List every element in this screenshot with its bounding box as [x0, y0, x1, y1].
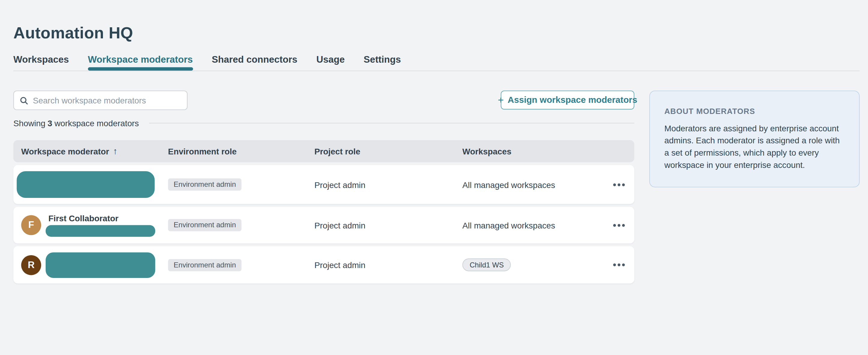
- avatar: F: [21, 215, 41, 235]
- environment-role-cell: Environment admin: [168, 219, 314, 231]
- workspace-pill: Child1 WS: [463, 258, 511, 271]
- moderator-cell: [13, 171, 168, 198]
- tab-bar: Workspaces Workspace moderators Shared c…: [13, 54, 860, 71]
- environment-role-badge: Environment admin: [168, 259, 242, 271]
- environment-role-cell: Environment admin: [168, 259, 314, 271]
- search-input[interactable]: [33, 96, 181, 105]
- workspace-moderators-table: Workspace moderator ↑ Environment role P…: [13, 140, 634, 283]
- table-row: Environment admin Project admin All mana…: [13, 165, 634, 204]
- row-actions-menu-button[interactable]: [603, 165, 634, 204]
- redacted-email-block: [45, 225, 155, 237]
- ellipsis-icon: [613, 263, 625, 266]
- redacted-name-block: [17, 171, 155, 198]
- summary-count: 3: [48, 118, 52, 128]
- tab-shared-connectors[interactable]: Shared connectors: [212, 54, 297, 66]
- moderator-cell: R: [13, 252, 168, 278]
- tab-workspace-moderators[interactable]: Workspace moderators: [88, 54, 193, 66]
- plus-icon: +: [498, 95, 504, 105]
- redacted-name-block: [45, 252, 155, 278]
- environment-role-cell: Environment admin: [168, 178, 314, 191]
- sort-ascending-icon[interactable]: ↑: [113, 146, 118, 156]
- summary-suffix: workspace moderators: [54, 118, 139, 128]
- workspaces-cell: All managed workspaces: [463, 220, 603, 230]
- row-actions-menu-button[interactable]: [603, 246, 634, 283]
- avatar: R: [21, 255, 41, 275]
- column-header-project-role[interactable]: Project role: [314, 146, 462, 156]
- summary-divider: [149, 123, 634, 123]
- automation-hq-page: Automation HQ Workspaces Workspace moder…: [0, 0, 868, 355]
- search-box[interactable]: [13, 91, 187, 110]
- project-role-cell: Project admin: [314, 220, 462, 230]
- moderator-cell: F First Collaborator: [13, 213, 168, 237]
- project-role-cell: Project admin: [314, 260, 462, 270]
- tab-workspaces[interactable]: Workspaces: [13, 54, 69, 66]
- summary-prefix: Showing: [13, 118, 45, 128]
- page-title: Automation HQ: [13, 23, 133, 43]
- column-header-workspace-moderator[interactable]: Workspace moderator ↑: [13, 146, 168, 156]
- about-moderators-panel: ABOUT MODERATORS Moderators are assigned…: [649, 91, 860, 187]
- ellipsis-icon: [613, 224, 625, 226]
- tab-usage[interactable]: Usage: [316, 54, 345, 66]
- table-header-row: Workspace moderator ↑ Environment role P…: [13, 140, 634, 162]
- tab-settings[interactable]: Settings: [364, 54, 401, 66]
- table-row: R Environment admin Project admin Child1…: [13, 246, 634, 283]
- ellipsis-icon: [613, 183, 625, 186]
- column-header-workspaces[interactable]: Workspaces: [463, 146, 603, 156]
- about-panel-title: ABOUT MODERATORS: [664, 107, 845, 116]
- column-header-environment-role[interactable]: Environment role: [168, 146, 314, 156]
- environment-role-badge: Environment admin: [168, 178, 242, 191]
- assign-button-label: Assign workspace moderators: [507, 95, 637, 105]
- search-icon: [20, 96, 29, 105]
- workspaces-cell: All managed workspaces: [463, 180, 603, 189]
- column-label: Workspace moderator: [21, 146, 109, 156]
- workspaces-cell: Child1 WS: [463, 258, 603, 271]
- project-role-cell: Project admin: [314, 180, 462, 189]
- assign-workspace-moderators-button[interactable]: + Assign workspace moderators: [501, 91, 634, 109]
- table-row: F First Collaborator Environment admin P…: [13, 207, 634, 244]
- moderator-name: First Collaborator: [48, 213, 155, 223]
- row-actions-menu-button[interactable]: [603, 207, 634, 244]
- results-summary: Showing 3 workspace moderators: [13, 118, 634, 128]
- about-panel-body: Moderators are assigned by enterprise ac…: [664, 122, 845, 171]
- environment-role-badge: Environment admin: [168, 219, 242, 231]
